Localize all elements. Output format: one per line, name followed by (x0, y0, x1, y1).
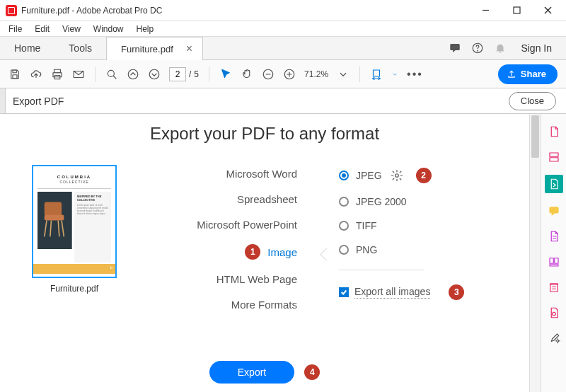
format-powerpoint[interactable]: Microsoft PowerPoint (197, 219, 297, 231)
svg-rect-11 (13, 74, 17, 78)
comment-icon[interactable] (546, 203, 562, 219)
checkbox-export-all[interactable]: Export all images 3 (339, 284, 508, 300)
more-tools-icon[interactable]: ••• (407, 68, 423, 81)
tab-document-label: Furniture.pdf (121, 44, 173, 54)
hand-tool-icon[interactable] (241, 68, 253, 81)
radio-png-label: PNG (356, 244, 377, 255)
checkbox-label: Export all images (354, 286, 430, 299)
annotation-4: 4 (304, 364, 320, 380)
close-window-button[interactable] (532, 1, 563, 21)
share-button[interactable]: Share (498, 64, 558, 84)
share-label: Share (521, 69, 546, 79)
svg-rect-40 (550, 284, 558, 292)
tab-close-icon[interactable]: × (186, 43, 192, 54)
divider (339, 270, 424, 270)
format-spreadsheet[interactable]: Spreadsheet (237, 193, 297, 205)
print-icon[interactable] (51, 68, 64, 81)
svg-point-6 (455, 47, 456, 48)
search-icon[interactable] (105, 68, 118, 81)
svg-rect-34 (550, 153, 558, 156)
tab-home[interactable]: Home (0, 37, 54, 59)
svg-rect-36 (550, 207, 558, 213)
radio-tiff-label: TIFF (356, 220, 377, 231)
thumbnail-caption: Furniture.pdf (50, 284, 98, 294)
fit-dropdown-icon[interactable] (391, 68, 398, 81)
zoom-out-icon[interactable] (262, 68, 275, 81)
bell-icon[interactable] (494, 42, 507, 54)
export-pdf-icon[interactable] (545, 175, 563, 193)
svg-rect-1 (514, 7, 520, 13)
menu-file[interactable]: File (3, 23, 28, 35)
fit-width-icon[interactable] (370, 68, 383, 81)
chat-icon[interactable] (449, 42, 461, 54)
radio-icon (339, 197, 349, 207)
panel-header: Export PDF Close (0, 88, 566, 114)
radio-png[interactable]: PNG (339, 244, 508, 255)
format-more[interactable]: More Formats (231, 299, 297, 311)
page-sep: / (189, 69, 191, 79)
format-word[interactable]: Microsoft Word (226, 168, 297, 180)
organize-icon[interactable] (546, 229, 562, 244)
sign-in-link[interactable]: Sign In (516, 38, 556, 58)
scrollbar-thumb[interactable] (531, 115, 539, 158)
menu-window[interactable]: Window (88, 23, 129, 35)
create-pdf-icon[interactable] (546, 124, 562, 139)
radio-icon (339, 245, 349, 255)
redact-icon[interactable] (546, 305, 562, 321)
window-titlebar: Furniture.pdf - Adobe Acrobat Pro DC (0, 0, 566, 21)
svg-point-7 (457, 47, 458, 48)
maximize-button[interactable] (501, 1, 532, 21)
thumbnail-column: COLUMBIA COLLECTIVE (21, 165, 127, 311)
page-number-input[interactable] (169, 67, 186, 81)
radio-icon (339, 221, 349, 231)
tab-document[interactable]: Furniture.pdf × (106, 37, 203, 60)
radio-icon (339, 171, 349, 180)
menu-help[interactable]: Help (131, 23, 160, 35)
gear-icon[interactable] (391, 169, 403, 182)
page-indicator: / 5 (169, 67, 199, 81)
radio-tiff[interactable]: TIFF (339, 220, 508, 231)
more-rail-icon[interactable] (546, 330, 562, 346)
svg-rect-10 (13, 70, 16, 73)
select-tool-icon[interactable] (219, 68, 232, 81)
tab-tools[interactable]: Tools (54, 37, 106, 59)
format-html[interactable]: HTML Web Page (216, 273, 297, 285)
annotation-2: 2 (416, 168, 432, 183)
panel-close-button[interactable]: Close (509, 92, 556, 110)
menu-view[interactable]: View (57, 23, 86, 35)
page-up-icon[interactable] (127, 68, 139, 81)
zoom-dropdown-icon[interactable] (337, 68, 350, 81)
radio-jpeg2000-label: JPEG 2000 (356, 196, 407, 207)
document-thumbnail[interactable]: COLUMBIA COLLECTIVE (32, 165, 117, 278)
stamp-icon[interactable] (546, 254, 562, 270)
mail-icon[interactable] (72, 68, 85, 81)
radio-jpeg[interactable]: JPEG 2 (339, 168, 508, 183)
svg-rect-27 (45, 202, 62, 215)
optimize-icon[interactable] (546, 279, 562, 295)
radio-jpeg2000[interactable]: JPEG 2000 (339, 196, 508, 207)
cloud-upload-icon[interactable] (30, 68, 42, 81)
format-image[interactable]: 1 Image (245, 244, 297, 260)
svg-point-18 (128, 69, 138, 79)
page-total: 5 (194, 69, 199, 79)
radio-jpeg-label: JPEG (356, 170, 382, 181)
minimize-button[interactable] (470, 1, 501, 21)
svg-point-41 (552, 312, 555, 316)
combine-icon[interactable] (546, 149, 562, 165)
save-icon[interactable] (8, 68, 21, 81)
help-icon[interactable] (471, 42, 484, 54)
svg-rect-39 (550, 265, 558, 266)
chair-image (37, 192, 72, 249)
panel-title: Export PDF (13, 96, 64, 107)
svg-point-9 (478, 50, 478, 51)
svg-rect-28 (45, 214, 64, 220)
zoom-in-icon[interactable] (283, 68, 296, 81)
menu-edit[interactable]: Edit (29, 23, 55, 35)
sidebar-handle[interactable] (0, 88, 6, 113)
format-image-label: Image (267, 246, 297, 258)
export-button[interactable]: Export (209, 361, 294, 384)
app-icon (6, 5, 17, 16)
page-down-icon[interactable] (148, 68, 161, 81)
window-title: Furniture.pdf - Adobe Acrobat Pro DC (21, 6, 470, 16)
vertical-scrollbar[interactable] (529, 114, 541, 392)
